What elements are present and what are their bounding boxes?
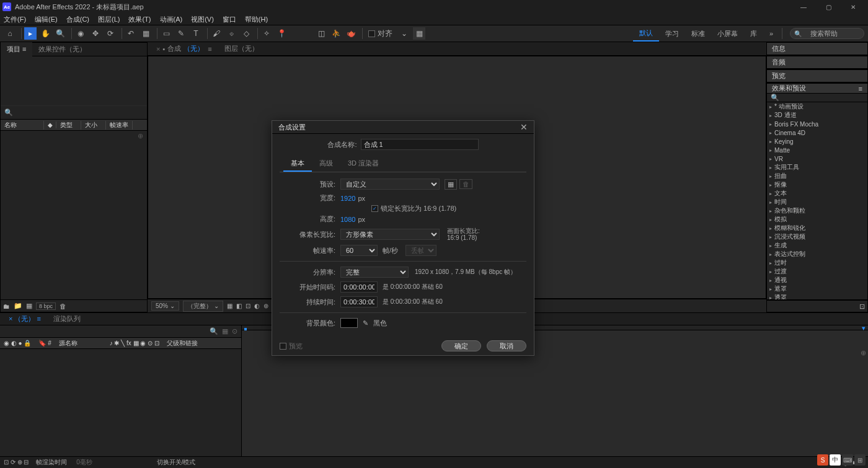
preset-save-icon[interactable]: ▦ bbox=[445, 179, 457, 190]
dropframe-dropdown[interactable]: 丢帧 bbox=[405, 245, 436, 256]
teapot-icon[interactable]: 🫖 bbox=[345, 27, 357, 40]
timeline-opt-icon[interactable]: ▦ bbox=[222, 327, 228, 335]
ime-icon[interactable]: S bbox=[817, 454, 828, 466]
workspace-learn[interactable]: 学习 bbox=[659, 27, 685, 41]
comp-name-input[interactable] bbox=[361, 139, 479, 150]
effects-category-item[interactable]: ▸文本 bbox=[767, 189, 867, 198]
toggle-switches[interactable]: 切换开关/模式 bbox=[157, 458, 196, 467]
workspace-default[interactable]: 默认 bbox=[633, 26, 659, 42]
resolution-dropdown[interactable]: 完整 bbox=[340, 267, 409, 278]
effects-category-item[interactable]: ▸Keying bbox=[767, 137, 867, 146]
resolution-dropdown[interactable]: （完整） ⌄ bbox=[183, 301, 223, 312]
effects-category-item[interactable]: ▸过时 bbox=[767, 258, 867, 267]
effects-category-item[interactable]: ▸3D 通道 bbox=[767, 111, 867, 120]
panel-preview[interactable]: 预览 bbox=[767, 70, 867, 82]
workspace-small[interactable]: 小屏幕 bbox=[711, 27, 744, 41]
orbit-tool-icon[interactable]: ◉ bbox=[74, 27, 87, 40]
tab-3d-renderer[interactable]: 3D 渲染器 bbox=[340, 156, 386, 172]
lock-aspect-checkbox[interactable]: ✓ bbox=[371, 205, 378, 212]
help-search-input[interactable]: 🔍 搜索帮助 bbox=[790, 28, 864, 39]
menu-edit[interactable]: 编辑(E) bbox=[35, 15, 58, 24]
tab-effect-controls[interactable]: 效果控件（无） bbox=[32, 42, 92, 56]
zoom-tool-icon[interactable]: 🔍 bbox=[54, 27, 66, 40]
viewer-option-icon[interactable]: ◧ bbox=[236, 302, 242, 309]
workspace-library[interactable]: 库 bbox=[744, 27, 763, 41]
person-icon[interactable]: ⛹ bbox=[330, 27, 342, 40]
pixel-aspect-dropdown[interactable]: 方形像素 bbox=[340, 229, 440, 240]
text-tool-icon[interactable]: T bbox=[190, 27, 202, 40]
menu-view[interactable]: 视图(V) bbox=[191, 15, 214, 24]
menu-animation[interactable]: 动画(A) bbox=[160, 15, 183, 24]
ime-menu-icon[interactable]: ⊞ bbox=[854, 454, 866, 466]
panel-info[interactable]: 信息 bbox=[767, 43, 867, 55]
ime-key-icon[interactable]: ⌨ bbox=[842, 454, 853, 466]
effects-category-item[interactable]: ▸遮罩 bbox=[767, 285, 867, 293]
cancel-button[interactable]: 取消 bbox=[487, 340, 526, 351]
viewer-option-icon[interactable]: ▦ bbox=[227, 302, 232, 309]
undo-icon[interactable]: ↶ bbox=[125, 27, 137, 40]
maximize-button[interactable]: ▢ bbox=[816, 0, 841, 14]
tab-layer-viewer[interactable]: 图层（无） bbox=[218, 42, 265, 55]
effects-category-item[interactable]: ▸Cinema 4D bbox=[767, 128, 867, 137]
width-value[interactable]: 1920 bbox=[340, 195, 355, 202]
snap-icon[interactable]: 对齐 bbox=[365, 27, 396, 40]
start-timecode-input[interactable] bbox=[340, 281, 378, 293]
effects-category-item[interactable]: ▸* 动画预设 bbox=[767, 102, 867, 111]
eraser-tool-icon[interactable]: ◇ bbox=[240, 27, 252, 40]
effects-category-item[interactable]: ▸Matte bbox=[767, 146, 867, 154]
menu-effect[interactable]: 效果(T) bbox=[128, 15, 151, 24]
panel-effects-presets[interactable]: 效果和预设≡ bbox=[767, 84, 867, 94]
effects-category-item[interactable]: ▸杂色和颗粒 bbox=[767, 206, 867, 215]
panel-audio[interactable]: 音频 bbox=[767, 56, 867, 69]
grid-icon[interactable]: ▦ bbox=[413, 27, 425, 40]
pan-tool-icon[interactable]: ✥ bbox=[89, 27, 102, 40]
effects-category-item[interactable]: ▸表达式控制 bbox=[767, 250, 867, 258]
roto-tool-icon[interactable]: ✧ bbox=[260, 27, 273, 40]
ime-lang-icon[interactable]: 中 bbox=[830, 454, 841, 466]
bg-color-swatch[interactable] bbox=[340, 318, 358, 328]
effects-category-item[interactable]: ▸通视 bbox=[767, 276, 867, 285]
preset-dropdown[interactable]: 自定义 bbox=[340, 179, 440, 190]
3d-icon[interactable]: ◫ bbox=[315, 27, 327, 40]
zoom-dropdown[interactable]: 50% ⌄ bbox=[151, 301, 179, 311]
home-icon[interactable]: ⌂ bbox=[4, 27, 16, 40]
timeline-opt-icon[interactable]: ⊙ bbox=[232, 327, 237, 335]
menu-layer[interactable]: 图层(L) bbox=[98, 15, 120, 24]
folder-icon[interactable]: 📁 bbox=[14, 302, 22, 310]
shape-tool-icon[interactable]: ▭ bbox=[160, 27, 172, 40]
tab-advanced[interactable]: 高级 bbox=[312, 156, 340, 172]
effects-category-item[interactable]: ▸抠像 bbox=[767, 180, 867, 189]
viewer-option-icon[interactable]: ⊡ bbox=[246, 302, 250, 309]
preview-checkbox[interactable] bbox=[280, 343, 286, 350]
effects-category-item[interactable]: ▸Boris FX Mocha bbox=[767, 120, 867, 128]
tab-timeline-none[interactable]: × （无） ≡ bbox=[2, 312, 47, 325]
brush-tool-icon[interactable]: 🖌 bbox=[210, 27, 223, 40]
minimize-button[interactable]: — bbox=[791, 0, 816, 14]
effects-category-item[interactable]: ▸沉浸式视频 bbox=[767, 232, 867, 241]
viewer-option-icon[interactable]: ⊕ bbox=[264, 302, 268, 309]
menu-help[interactable]: 帮助(H) bbox=[245, 15, 268, 24]
duration-input[interactable] bbox=[340, 296, 378, 307]
rotate-tool-icon[interactable]: ⟳ bbox=[104, 27, 117, 40]
effects-category-item[interactable]: ▸过渡 bbox=[767, 267, 867, 276]
selection-tool-icon[interactable]: ▸ bbox=[24, 27, 37, 40]
workspace-standard[interactable]: 标准 bbox=[685, 27, 711, 41]
interpret-icon[interactable]: 🖿 bbox=[3, 302, 10, 310]
effects-category-item[interactable]: ▸扭曲 bbox=[767, 172, 867, 180]
footer-icon[interactable]: ⊡ ⟳ ⊕ ⊟ bbox=[4, 459, 29, 466]
menu-file[interactable]: 文件(F) bbox=[4, 15, 26, 24]
effects-category-item[interactable]: ▸VR bbox=[767, 154, 867, 163]
hand-tool-icon[interactable]: ✋ bbox=[39, 27, 51, 40]
time-indicator-icon[interactable] bbox=[242, 325, 249, 333]
menu-window[interactable]: 窗口 bbox=[223, 15, 236, 24]
redo-icon[interactable]: ▦ bbox=[140, 27, 152, 40]
effects-category-item[interactable]: ▸模糊和锐化 bbox=[767, 224, 867, 232]
tab-project[interactable]: 项目 ≡ bbox=[1, 42, 32, 56]
bpc-label[interactable]: 8 bpc bbox=[36, 302, 56, 310]
preset-delete-icon[interactable]: 🗑 bbox=[459, 179, 472, 189]
eyedropper-icon[interactable]: ✎ bbox=[363, 319, 368, 327]
height-value[interactable]: 1080 bbox=[340, 216, 355, 223]
fps-dropdown[interactable]: 60 bbox=[340, 245, 378, 256]
tab-render-queue[interactable]: 渲染队列 bbox=[47, 312, 87, 325]
project-item-list[interactable]: ⊕ bbox=[1, 131, 147, 299]
